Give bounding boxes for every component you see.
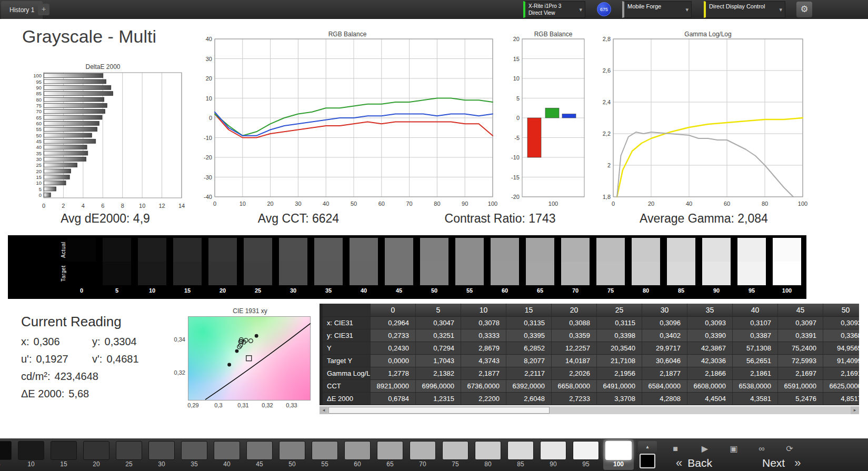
svg-text:8: 8 — [121, 203, 124, 209]
table-cell: 0,3115 — [596, 317, 642, 329]
results-table: 05101520253035404550x: CIE310,29640,3047… — [320, 304, 859, 405]
save-button[interactable]: ▣ — [725, 442, 743, 456]
svg-text:85: 85 — [36, 91, 42, 96]
gear-icon[interactable]: ⚙ — [796, 2, 812, 17]
level-tile-25[interactable]: 25 — [114, 439, 144, 470]
table-cell: 14,0187 — [551, 355, 596, 367]
level-tile-65[interactable]: 65 — [375, 439, 405, 470]
table-cell: 0,2733 — [370, 329, 415, 342]
table-cell: 2,1956 — [596, 367, 642, 380]
table-header-cell: 40 — [732, 304, 777, 317]
level-tile-55[interactable]: 55 — [310, 439, 340, 470]
stop-button[interactable]: ■ — [666, 442, 684, 456]
svg-text:25: 25 — [36, 162, 42, 168]
play-button[interactable]: ▶ — [696, 442, 714, 456]
meter-selector[interactable]: X-Rite i1Pro 3 Direct View ▾ — [523, 1, 585, 18]
level-tile-85[interactable]: 85 — [505, 439, 536, 470]
svg-text:40: 40 — [686, 201, 692, 207]
scrollbar-thumb[interactable] — [328, 407, 550, 414]
loop-button[interactable]: ∞ — [753, 442, 771, 456]
svg-text:1,8: 1,8 — [603, 194, 611, 200]
level-tile-50[interactable]: 50 — [277, 439, 307, 470]
level-tile-45[interactable]: 45 — [244, 439, 275, 470]
grayscale-swatch-10 — [138, 238, 166, 285]
reading-luminance: cd/m²:423,4648 — [21, 370, 98, 383]
level-tile-40[interactable]: 40 — [212, 439, 242, 470]
swatch-level-label: 35 — [314, 287, 343, 294]
refresh-button[interactable]: ⟳ — [781, 442, 799, 456]
level-tile-15[interactable]: 15 — [48, 439, 79, 470]
svg-text:80: 80 — [36, 97, 42, 103]
level-tile-20[interactable]: 20 — [81, 439, 112, 470]
svg-text:20: 20 — [267, 201, 273, 207]
svg-text:0: 0 — [213, 201, 216, 207]
level-tile-5[interactable]: 5 — [0, 439, 14, 470]
reading-v-label: v': — [92, 353, 102, 365]
back-chevron-icon: « — [676, 456, 682, 470]
chevron-down-icon: ▾ — [779, 6, 785, 13]
grayscale-swatch-25 — [244, 238, 272, 285]
svg-text:80: 80 — [762, 201, 768, 207]
table-cell: 2,1861 — [732, 367, 777, 380]
calibration-app-window: History 1 + X-Rite i1Pro 3 Direct View ▾… — [0, 0, 868, 471]
table-cell: 0,3093 — [687, 317, 732, 329]
cie-x-tick: 0,31 — [234, 402, 253, 408]
svg-text:20: 20 — [513, 36, 520, 42]
table-horizontal-scrollbar[interactable]: ◂ ▸ — [320, 406, 859, 414]
table-header-cell: 45 — [777, 304, 823, 317]
table-row-label: x: CIE31 — [320, 317, 370, 329]
table-row: CCT8921,00006996,00006736,00006392,00006… — [320, 380, 859, 393]
table-cell: 6658,0000 — [551, 380, 596, 393]
svg-text:10: 10 — [240, 201, 246, 207]
svg-text:10: 10 — [139, 203, 145, 209]
black-pattern-button[interactable] — [640, 454, 655, 468]
svg-text:30: 30 — [206, 56, 212, 62]
up-chevron-button[interactable]: ▴ — [638, 441, 657, 453]
tab-history-1[interactable]: History 1 — [1, 1, 43, 19]
table-cell: 6996,0000 — [415, 380, 461, 393]
level-tile-60[interactable]: 60 — [342, 439, 373, 470]
display-control-selector[interactable]: Direct Display Control ▾ — [704, 1, 785, 18]
level-tile-35[interactable]: 35 — [179, 439, 209, 470]
table-cell: 94,9565 — [823, 342, 859, 355]
add-tab-button[interactable]: + — [38, 4, 49, 15]
reading-y-value: 0,3304 — [105, 336, 137, 347]
level-tile-80[interactable]: 80 — [473, 439, 503, 470]
cie-chart-title: CIE 1931 xy — [174, 307, 326, 315]
level-tile-90[interactable]: 90 — [538, 439, 568, 470]
table-cell: 6736,0000 — [461, 380, 506, 393]
scroll-right-button[interactable]: ▸ — [851, 406, 859, 414]
next-button[interactable]: Next » — [762, 456, 801, 470]
table-cell: 72,5993 — [777, 355, 823, 367]
table-cell: 6392,0000 — [506, 380, 551, 393]
svg-text:10: 10 — [36, 180, 42, 186]
table-row: Gamma Log/Log1,27782,13822,18772,21172,2… — [320, 367, 859, 380]
swatch-level-label: 45 — [385, 287, 413, 294]
back-button[interactable]: « Back — [676, 456, 712, 470]
level-tile-75[interactable]: 75 — [440, 439, 471, 470]
level-tile-100[interactable]: 100 — [603, 439, 634, 470]
level-tile-10[interactable]: 10 — [16, 439, 46, 470]
svg-text:60: 60 — [378, 201, 385, 207]
svg-text:70: 70 — [406, 201, 412, 207]
table-cell: 1,2315 — [415, 393, 461, 405]
svg-text:10: 10 — [513, 75, 520, 82]
cie-x-tick: 0,33 — [282, 402, 301, 408]
level-tile-70[interactable]: 70 — [407, 439, 438, 470]
level-tile-95[interactable]: 95 — [571, 439, 601, 470]
table-header-cell: 50 — [823, 304, 859, 317]
table-cell: 0,0000 — [370, 355, 415, 367]
source-selector[interactable]: Mobile Forge ▾ — [622, 1, 692, 18]
swatch-level-label: 70 — [561, 287, 590, 294]
swatch-level-label: 85 — [667, 287, 695, 294]
svg-text:-20: -20 — [511, 194, 520, 200]
table-header-row: 05101520253035404550 — [320, 304, 859, 317]
swatch-level-label: 25 — [244, 287, 272, 294]
svg-text:40: 40 — [323, 201, 329, 207]
level-tile-30[interactable]: 30 — [146, 439, 177, 470]
reading-de2000-label: ΔE 2000: — [21, 388, 64, 399]
meter-name: X-Rite i1Pro 3 — [528, 3, 561, 9]
scroll-left-button[interactable]: ◂ — [320, 406, 328, 414]
table-cell: 42,3867 — [687, 342, 732, 355]
svg-text:95: 95 — [36, 79, 42, 85]
